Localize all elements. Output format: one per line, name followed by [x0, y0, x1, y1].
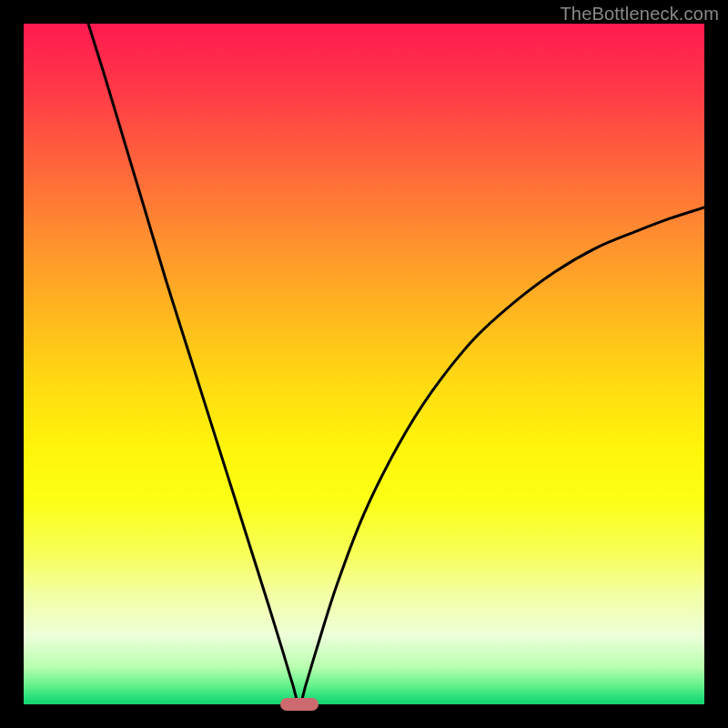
outer-frame: TheBottleneck.com	[0, 0, 728, 728]
curve-layer	[24, 24, 704, 704]
watermark-text: TheBottleneck.com	[560, 4, 719, 25]
min-marker	[280, 698, 318, 711]
bottleneck-curve	[88, 24, 704, 704]
